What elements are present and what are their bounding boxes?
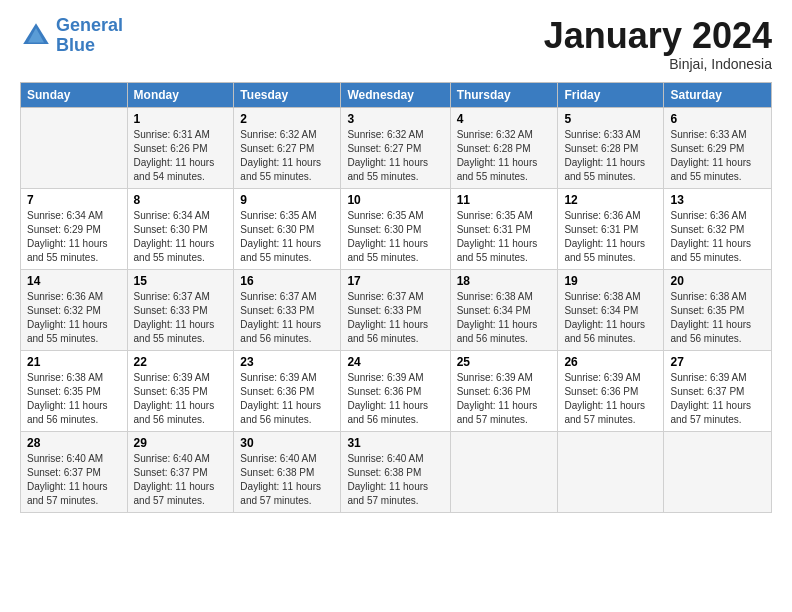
- calendar-cell: [558, 431, 664, 512]
- day-number: 26: [564, 355, 657, 369]
- col-thursday: Thursday: [450, 82, 558, 107]
- col-friday: Friday: [558, 82, 664, 107]
- day-info: Sunrise: 6:40 AMSunset: 6:37 PMDaylight:…: [27, 452, 121, 508]
- calendar-cell: 27Sunrise: 6:39 AMSunset: 6:37 PMDayligh…: [664, 350, 772, 431]
- day-number: 11: [457, 193, 552, 207]
- calendar-cell: 7Sunrise: 6:34 AMSunset: 6:29 PMDaylight…: [21, 188, 128, 269]
- day-info: Sunrise: 6:35 AMSunset: 6:30 PMDaylight:…: [240, 209, 334, 265]
- day-number: 22: [134, 355, 228, 369]
- day-info: Sunrise: 6:36 AMSunset: 6:31 PMDaylight:…: [564, 209, 657, 265]
- calendar-cell: 18Sunrise: 6:38 AMSunset: 6:34 PMDayligh…: [450, 269, 558, 350]
- day-info: Sunrise: 6:40 AMSunset: 6:38 PMDaylight:…: [240, 452, 334, 508]
- day-number: 31: [347, 436, 443, 450]
- day-number: 6: [670, 112, 765, 126]
- calendar-cell: 26Sunrise: 6:39 AMSunset: 6:36 PMDayligh…: [558, 350, 664, 431]
- calendar-cell: 13Sunrise: 6:36 AMSunset: 6:32 PMDayligh…: [664, 188, 772, 269]
- day-info: Sunrise: 6:33 AMSunset: 6:29 PMDaylight:…: [670, 128, 765, 184]
- day-number: 3: [347, 112, 443, 126]
- day-number: 9: [240, 193, 334, 207]
- calendar-cell: 28Sunrise: 6:40 AMSunset: 6:37 PMDayligh…: [21, 431, 128, 512]
- logo-icon: [20, 20, 52, 52]
- calendar-cell: 22Sunrise: 6:39 AMSunset: 6:35 PMDayligh…: [127, 350, 234, 431]
- day-number: 30: [240, 436, 334, 450]
- calendar-cell: 31Sunrise: 6:40 AMSunset: 6:38 PMDayligh…: [341, 431, 450, 512]
- calendar-cell: 30Sunrise: 6:40 AMSunset: 6:38 PMDayligh…: [234, 431, 341, 512]
- col-monday: Monday: [127, 82, 234, 107]
- day-info: Sunrise: 6:38 AMSunset: 6:34 PMDaylight:…: [564, 290, 657, 346]
- day-info: Sunrise: 6:37 AMSunset: 6:33 PMDaylight:…: [240, 290, 334, 346]
- day-info: Sunrise: 6:38 AMSunset: 6:34 PMDaylight:…: [457, 290, 552, 346]
- day-info: Sunrise: 6:36 AMSunset: 6:32 PMDaylight:…: [670, 209, 765, 265]
- day-info: Sunrise: 6:32 AMSunset: 6:28 PMDaylight:…: [457, 128, 552, 184]
- logo: General Blue: [20, 16, 123, 56]
- month-title: January 2024: [544, 16, 772, 56]
- calendar-cell: 29Sunrise: 6:40 AMSunset: 6:37 PMDayligh…: [127, 431, 234, 512]
- day-number: 24: [347, 355, 443, 369]
- logo-line1: General: [56, 15, 123, 35]
- calendar-week-row: 7Sunrise: 6:34 AMSunset: 6:29 PMDaylight…: [21, 188, 772, 269]
- day-number: 5: [564, 112, 657, 126]
- day-info: Sunrise: 6:39 AMSunset: 6:36 PMDaylight:…: [347, 371, 443, 427]
- calendar-cell: 6Sunrise: 6:33 AMSunset: 6:29 PMDaylight…: [664, 107, 772, 188]
- day-number: 12: [564, 193, 657, 207]
- day-number: 17: [347, 274, 443, 288]
- day-number: 20: [670, 274, 765, 288]
- day-info: Sunrise: 6:39 AMSunset: 6:36 PMDaylight:…: [240, 371, 334, 427]
- logo-text: General Blue: [56, 16, 123, 56]
- calendar-cell: [450, 431, 558, 512]
- day-number: 15: [134, 274, 228, 288]
- location-subtitle: Binjai, Indonesia: [544, 56, 772, 72]
- calendar-cell: 8Sunrise: 6:34 AMSunset: 6:30 PMDaylight…: [127, 188, 234, 269]
- calendar-cell: [664, 431, 772, 512]
- day-number: 28: [27, 436, 121, 450]
- day-info: Sunrise: 6:35 AMSunset: 6:31 PMDaylight:…: [457, 209, 552, 265]
- calendar-week-row: 1Sunrise: 6:31 AMSunset: 6:26 PMDaylight…: [21, 107, 772, 188]
- calendar-cell: 3Sunrise: 6:32 AMSunset: 6:27 PMDaylight…: [341, 107, 450, 188]
- calendar-cell: 23Sunrise: 6:39 AMSunset: 6:36 PMDayligh…: [234, 350, 341, 431]
- day-info: Sunrise: 6:40 AMSunset: 6:37 PMDaylight:…: [134, 452, 228, 508]
- logo-line2: Blue: [56, 35, 95, 55]
- day-number: 14: [27, 274, 121, 288]
- calendar-cell: 5Sunrise: 6:33 AMSunset: 6:28 PMDaylight…: [558, 107, 664, 188]
- day-number: 19: [564, 274, 657, 288]
- day-number: 16: [240, 274, 334, 288]
- calendar-cell: 1Sunrise: 6:31 AMSunset: 6:26 PMDaylight…: [127, 107, 234, 188]
- day-number: 7: [27, 193, 121, 207]
- calendar-cell: 4Sunrise: 6:32 AMSunset: 6:28 PMDaylight…: [450, 107, 558, 188]
- day-number: 8: [134, 193, 228, 207]
- day-number: 23: [240, 355, 334, 369]
- calendar-week-row: 14Sunrise: 6:36 AMSunset: 6:32 PMDayligh…: [21, 269, 772, 350]
- day-info: Sunrise: 6:40 AMSunset: 6:38 PMDaylight:…: [347, 452, 443, 508]
- calendar-cell: 9Sunrise: 6:35 AMSunset: 6:30 PMDaylight…: [234, 188, 341, 269]
- day-info: Sunrise: 6:39 AMSunset: 6:36 PMDaylight:…: [564, 371, 657, 427]
- calendar-cell: 16Sunrise: 6:37 AMSunset: 6:33 PMDayligh…: [234, 269, 341, 350]
- calendar-cell: 19Sunrise: 6:38 AMSunset: 6:34 PMDayligh…: [558, 269, 664, 350]
- col-tuesday: Tuesday: [234, 82, 341, 107]
- col-saturday: Saturday: [664, 82, 772, 107]
- calendar-week-row: 21Sunrise: 6:38 AMSunset: 6:35 PMDayligh…: [21, 350, 772, 431]
- calendar-cell: 2Sunrise: 6:32 AMSunset: 6:27 PMDaylight…: [234, 107, 341, 188]
- day-number: 13: [670, 193, 765, 207]
- calendar-cell: 12Sunrise: 6:36 AMSunset: 6:31 PMDayligh…: [558, 188, 664, 269]
- day-info: Sunrise: 6:31 AMSunset: 6:26 PMDaylight:…: [134, 128, 228, 184]
- calendar-cell: [21, 107, 128, 188]
- calendar-table: Sunday Monday Tuesday Wednesday Thursday…: [20, 82, 772, 513]
- day-number: 27: [670, 355, 765, 369]
- page-header: General Blue January 2024 Binjai, Indone…: [20, 16, 772, 72]
- day-number: 29: [134, 436, 228, 450]
- day-number: 2: [240, 112, 334, 126]
- calendar-header-row: Sunday Monday Tuesday Wednesday Thursday…: [21, 82, 772, 107]
- day-info: Sunrise: 6:34 AMSunset: 6:29 PMDaylight:…: [27, 209, 121, 265]
- calendar-cell: 15Sunrise: 6:37 AMSunset: 6:33 PMDayligh…: [127, 269, 234, 350]
- day-info: Sunrise: 6:37 AMSunset: 6:33 PMDaylight:…: [347, 290, 443, 346]
- calendar-week-row: 28Sunrise: 6:40 AMSunset: 6:37 PMDayligh…: [21, 431, 772, 512]
- day-info: Sunrise: 6:39 AMSunset: 6:37 PMDaylight:…: [670, 371, 765, 427]
- day-info: Sunrise: 6:39 AMSunset: 6:36 PMDaylight:…: [457, 371, 552, 427]
- page-container: General Blue January 2024 Binjai, Indone…: [0, 0, 792, 523]
- title-block: January 2024 Binjai, Indonesia: [544, 16, 772, 72]
- day-info: Sunrise: 6:33 AMSunset: 6:28 PMDaylight:…: [564, 128, 657, 184]
- day-number: 1: [134, 112, 228, 126]
- calendar-cell: 24Sunrise: 6:39 AMSunset: 6:36 PMDayligh…: [341, 350, 450, 431]
- day-info: Sunrise: 6:39 AMSunset: 6:35 PMDaylight:…: [134, 371, 228, 427]
- day-info: Sunrise: 6:35 AMSunset: 6:30 PMDaylight:…: [347, 209, 443, 265]
